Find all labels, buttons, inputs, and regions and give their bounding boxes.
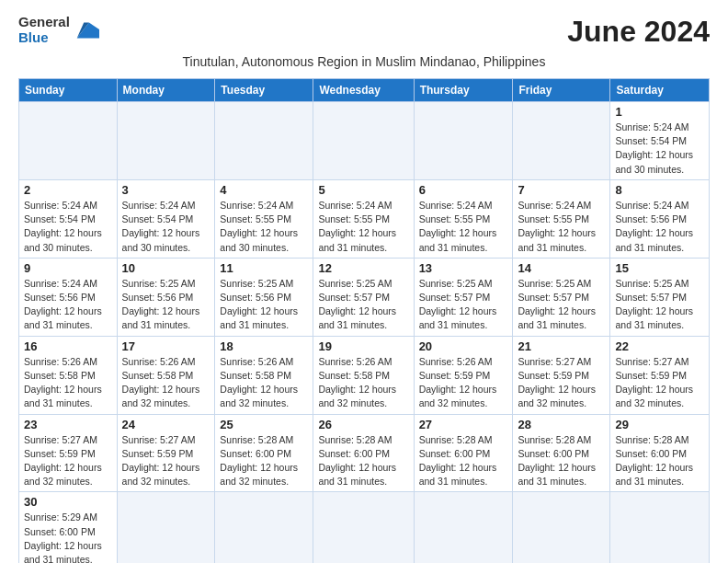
- calendar-day-cell: 28Sunrise: 5:28 AMSunset: 6:00 PMDayligh…: [513, 414, 610, 492]
- day-number: 25: [220, 418, 308, 431]
- calendar-day-cell: 25Sunrise: 5:28 AMSunset: 6:00 PMDayligh…: [215, 414, 313, 492]
- calendar-day-cell: 10Sunrise: 5:25 AMSunset: 5:56 PMDayligh…: [117, 258, 215, 336]
- calendar-day-cell: [610, 492, 710, 563]
- calendar-day-cell: 22Sunrise: 5:27 AMSunset: 5:59 PMDayligh…: [610, 336, 710, 414]
- logo: GeneralBlue: [18, 15, 99, 45]
- calendar-day-cell: 3Sunrise: 5:24 AMSunset: 5:54 PMDaylight…: [117, 179, 215, 258]
- day-info: Sunrise: 5:28 AMSunset: 6:00 PMDaylight:…: [615, 433, 704, 489]
- day-number: 27: [419, 418, 508, 431]
- day-number: 3: [122, 183, 210, 197]
- weekday-header-thursday: Thursday: [414, 79, 513, 102]
- day-info: Sunrise: 5:28 AMSunset: 6:00 PMDaylight:…: [318, 433, 408, 489]
- day-number: 11: [220, 261, 308, 275]
- day-number: 30: [24, 495, 112, 509]
- calendar-day-cell: 4Sunrise: 5:24 AMSunset: 5:55 PMDaylight…: [215, 179, 313, 258]
- day-number: 1: [615, 105, 704, 119]
- day-info: Sunrise: 5:25 AMSunset: 5:57 PMDaylight:…: [419, 277, 508, 333]
- calendar-week-row: 9Sunrise: 5:24 AMSunset: 5:56 PMDaylight…: [19, 258, 710, 336]
- weekday-header-tuesday: Tuesday: [215, 79, 313, 102]
- day-info: Sunrise: 5:28 AMSunset: 6:00 PMDaylight:…: [419, 433, 508, 489]
- calendar-day-cell: 18Sunrise: 5:26 AMSunset: 5:58 PMDayligh…: [215, 336, 313, 414]
- calendar-day-cell: [313, 102, 414, 180]
- day-number: 12: [318, 261, 408, 275]
- day-number: 29: [615, 418, 704, 431]
- weekday-header-friday: Friday: [513, 79, 610, 102]
- calendar-week-row: 1Sunrise: 5:24 AMSunset: 5:54 PMDaylight…: [19, 102, 710, 180]
- day-number: 21: [518, 339, 605, 353]
- weekday-header-wednesday: Wednesday: [313, 79, 414, 102]
- day-number: 4: [220, 183, 308, 197]
- day-number: 8: [615, 183, 704, 197]
- day-info: Sunrise: 5:24 AMSunset: 5:54 PMDaylight:…: [122, 199, 210, 255]
- day-number: 6: [419, 183, 508, 197]
- calendar-week-row: 2Sunrise: 5:24 AMSunset: 5:54 PMDaylight…: [19, 179, 710, 258]
- calendar-day-cell: 21Sunrise: 5:27 AMSunset: 5:59 PMDayligh…: [513, 336, 610, 414]
- calendar-day-cell: 15Sunrise: 5:25 AMSunset: 5:57 PMDayligh…: [610, 258, 710, 336]
- day-number: 28: [518, 418, 605, 431]
- day-number: 2: [24, 183, 112, 197]
- calendar-day-cell: [513, 102, 610, 180]
- day-number: 26: [318, 418, 408, 431]
- day-number: 20: [419, 339, 508, 353]
- day-info: Sunrise: 5:28 AMSunset: 6:00 PMDaylight:…: [220, 433, 308, 489]
- weekday-header-saturday: Saturday: [610, 79, 710, 102]
- logo-text: GeneralBlue: [18, 15, 70, 45]
- calendar-day-cell: [117, 102, 215, 180]
- calendar-day-cell: 29Sunrise: 5:28 AMSunset: 6:00 PMDayligh…: [610, 414, 710, 492]
- calendar-day-cell: 6Sunrise: 5:24 AMSunset: 5:55 PMDaylight…: [414, 179, 513, 258]
- day-info: Sunrise: 5:24 AMSunset: 5:56 PMDaylight:…: [615, 199, 704, 255]
- calendar-day-cell: [215, 102, 313, 180]
- calendar-day-cell: 27Sunrise: 5:28 AMSunset: 6:00 PMDayligh…: [414, 414, 513, 492]
- day-info: Sunrise: 5:24 AMSunset: 5:55 PMDaylight:…: [318, 199, 408, 255]
- day-number: 23: [24, 418, 112, 431]
- logo-blue-text: Blue: [18, 29, 49, 45]
- svg-marker-0: [77, 22, 99, 38]
- day-number: 14: [518, 261, 605, 275]
- weekday-header-row: SundayMondayTuesdayWednesdayThursdayFrid…: [19, 79, 710, 102]
- calendar-day-cell: 16Sunrise: 5:26 AMSunset: 5:58 PMDayligh…: [19, 336, 118, 414]
- logo-icon: [74, 20, 99, 40]
- day-info: Sunrise: 5:25 AMSunset: 5:56 PMDaylight:…: [220, 277, 308, 333]
- calendar-day-cell: [215, 492, 313, 563]
- day-number: 13: [419, 261, 508, 275]
- day-info: Sunrise: 5:25 AMSunset: 5:57 PMDaylight:…: [518, 277, 605, 333]
- day-info: Sunrise: 5:26 AMSunset: 5:58 PMDaylight:…: [122, 355, 210, 411]
- day-number: 22: [615, 339, 704, 353]
- day-info: Sunrise: 5:27 AMSunset: 5:59 PMDaylight:…: [518, 355, 605, 411]
- day-info: Sunrise: 5:28 AMSunset: 6:00 PMDaylight:…: [518, 433, 605, 489]
- day-info: Sunrise: 5:24 AMSunset: 5:55 PMDaylight:…: [419, 199, 508, 255]
- day-number: 19: [318, 339, 408, 353]
- calendar-day-cell: 12Sunrise: 5:25 AMSunset: 5:57 PMDayligh…: [313, 258, 414, 336]
- day-info: Sunrise: 5:27 AMSunset: 5:59 PMDaylight:…: [122, 433, 210, 489]
- day-info: Sunrise: 5:24 AMSunset: 5:56 PMDaylight:…: [24, 277, 112, 333]
- day-info: Sunrise: 5:25 AMSunset: 5:57 PMDaylight:…: [615, 277, 704, 333]
- weekday-header-sunday: Sunday: [19, 79, 118, 102]
- calendar-day-cell: [313, 492, 414, 563]
- day-number: 10: [122, 261, 210, 275]
- calendar-day-cell: 2Sunrise: 5:24 AMSunset: 5:54 PMDaylight…: [19, 179, 118, 258]
- weekday-header-monday: Monday: [117, 79, 215, 102]
- calendar-day-cell: [414, 492, 513, 563]
- calendar-day-cell: [414, 102, 513, 180]
- day-number: 9: [24, 261, 112, 275]
- calendar-day-cell: 24Sunrise: 5:27 AMSunset: 5:59 PMDayligh…: [117, 414, 215, 492]
- calendar-day-cell: 26Sunrise: 5:28 AMSunset: 6:00 PMDayligh…: [313, 414, 414, 492]
- day-info: Sunrise: 5:25 AMSunset: 5:56 PMDaylight:…: [122, 277, 210, 333]
- day-info: Sunrise: 5:26 AMSunset: 5:58 PMDaylight:…: [220, 355, 308, 411]
- day-number: 7: [518, 183, 605, 197]
- day-info: Sunrise: 5:26 AMSunset: 5:59 PMDaylight:…: [419, 355, 508, 411]
- calendar-week-row: 30Sunrise: 5:29 AMSunset: 6:00 PMDayligh…: [19, 492, 710, 563]
- calendar-day-cell: 1Sunrise: 5:24 AMSunset: 5:54 PMDaylight…: [610, 102, 710, 180]
- page-header: GeneralBlue June 2024: [18, 15, 710, 49]
- calendar-day-cell: [117, 492, 215, 563]
- calendar-week-row: 23Sunrise: 5:27 AMSunset: 5:59 PMDayligh…: [19, 414, 710, 492]
- calendar-day-cell: 9Sunrise: 5:24 AMSunset: 5:56 PMDaylight…: [19, 258, 118, 336]
- day-number: 15: [615, 261, 704, 275]
- day-info: Sunrise: 5:27 AMSunset: 5:59 PMDaylight:…: [24, 433, 112, 489]
- calendar-day-cell: 23Sunrise: 5:27 AMSunset: 5:59 PMDayligh…: [19, 414, 118, 492]
- day-number: 17: [122, 339, 210, 353]
- day-info: Sunrise: 5:29 AMSunset: 6:00 PMDaylight:…: [24, 511, 112, 563]
- calendar-day-cell: 17Sunrise: 5:26 AMSunset: 5:58 PMDayligh…: [117, 336, 215, 414]
- calendar-day-cell: 30Sunrise: 5:29 AMSunset: 6:00 PMDayligh…: [19, 492, 118, 563]
- day-info: Sunrise: 5:27 AMSunset: 5:59 PMDaylight:…: [615, 355, 704, 411]
